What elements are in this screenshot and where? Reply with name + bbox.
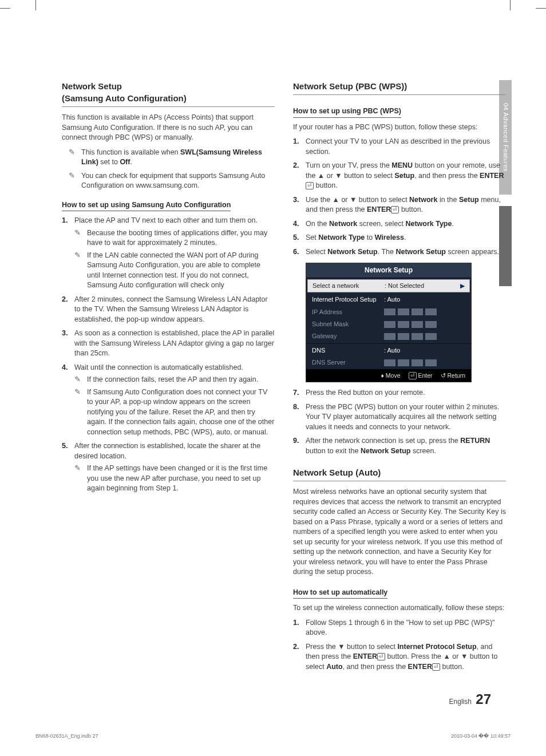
page-footer: English 27 bbox=[449, 690, 491, 709]
step: After 2 minutes, connect the Samsung Wir… bbox=[62, 295, 275, 325]
move-hint: ♦ Move bbox=[381, 371, 401, 380]
right-column: Network Setup (PBC (WPS)) How to set up … bbox=[293, 80, 506, 676]
osd-row-ips[interactable]: Internet Protocol Setup : Auto bbox=[306, 294, 471, 306]
osd-row-dns[interactable]: DNS : Auto bbox=[306, 345, 471, 357]
step: Follow Steps 1 through 6 in the "How to … bbox=[293, 618, 506, 638]
auto-lead: To set up the wireless connection automa… bbox=[293, 603, 506, 613]
step: Set Network Type to Wireless. bbox=[293, 233, 506, 243]
note-icon: ✎ bbox=[69, 148, 77, 157]
step: Press the Red button on your remote. bbox=[293, 388, 506, 398]
pbc-steps-2: Press the Red button on your remote. Pre… bbox=[293, 388, 506, 456]
auto-title: Network Setup (Auto) bbox=[293, 466, 506, 481]
pbc-title: Network Setup (PBC (WPS)) bbox=[293, 80, 506, 95]
enter-icon: ⏎ bbox=[306, 182, 314, 189]
step: Press the ▼ button to select Internet Pr… bbox=[293, 642, 506, 672]
step: After the connection is established, loc… bbox=[62, 441, 275, 494]
pbc-steps-1: Connect your TV to your LAN as described… bbox=[293, 137, 506, 257]
step: Connect your TV to your LAN as described… bbox=[293, 137, 506, 157]
note-icon: ✎ bbox=[74, 464, 82, 494]
osd-row-ip: IP Address bbox=[306, 306, 471, 318]
left-subhead: How to set up using Samsung Auto Configu… bbox=[62, 200, 231, 212]
left-intro: This function is available in APs (Acces… bbox=[62, 113, 275, 143]
step: After the network connection is set up, … bbox=[293, 436, 506, 456]
footer-right: 2010-03-04 �� 10:49:57 bbox=[451, 733, 511, 740]
enter-icon: ⏎ bbox=[432, 663, 440, 671]
note-icon: ✎ bbox=[74, 228, 82, 248]
step: Select Network Setup. The Network Setup … bbox=[293, 247, 506, 258]
note-icon: ✎ bbox=[74, 251, 82, 291]
pbc-subhead: How to set up using PBC (WPS) bbox=[293, 106, 401, 118]
osd-title: Network Setup bbox=[306, 263, 471, 278]
auto-intro: Most wireless networks have an optional … bbox=[293, 487, 506, 577]
note-icon: ✎ bbox=[69, 171, 77, 180]
step: Use the ▲ or ▼ button to select Network … bbox=[293, 195, 506, 215]
step: Place the AP and TV next to each other a… bbox=[62, 216, 275, 291]
step: Wait until the connection is automatical… bbox=[62, 363, 275, 438]
footer-left: BN68-02631A_Eng.indb 27 bbox=[35, 733, 98, 740]
arrow-right-icon: ▶ bbox=[460, 282, 465, 290]
enter-icon: ⏎ bbox=[377, 653, 385, 660]
enter-icon: ⏎ bbox=[391, 206, 399, 213]
step: Turn on your TV, press the MENU button o… bbox=[293, 161, 506, 191]
note-row: ✎ This function is available when SWL(Sa… bbox=[69, 148, 275, 168]
note-icon: ✎ bbox=[74, 375, 82, 385]
page-number: 27 bbox=[476, 691, 491, 707]
enter-hint: ⏎ Enter bbox=[409, 371, 433, 380]
step: As soon as a connection is established, … bbox=[62, 328, 275, 359]
return-hint: ↺ Return bbox=[441, 371, 465, 380]
left-title: Network Setup (Samsung Auto Configuratio… bbox=[62, 80, 275, 107]
left-column: Network Setup (Samsung Auto Configuratio… bbox=[62, 80, 275, 676]
osd-row-select-network[interactable]: Select a network : Not Selected ▶ bbox=[307, 279, 470, 292]
note-icon: ✎ bbox=[74, 387, 82, 438]
osd-row-gateway: Gateway bbox=[306, 330, 471, 342]
osd-row-dns-server: DNS Server bbox=[306, 357, 471, 369]
auto-subhead: How to set up automatically bbox=[293, 588, 387, 599]
pbc-intro: If your router has a PBC (WPS) button, f… bbox=[293, 122, 506, 133]
note-row: ✎ You can check for equipment that suppo… bbox=[69, 171, 275, 191]
osd-row-subnet: Subnet Mask bbox=[306, 318, 471, 330]
left-steps: Place the AP and TV next to each other a… bbox=[62, 216, 275, 494]
step: On the Network screen, select Network Ty… bbox=[293, 219, 506, 229]
auto-steps: Follow Steps 1 through 6 in the "How to … bbox=[293, 618, 506, 672]
network-setup-osd: Network Setup Select a network : Not Sel… bbox=[306, 263, 472, 382]
step: Press the PBC (WPS) button on your route… bbox=[293, 402, 506, 433]
osd-footer: ♦ Move ⏎ Enter ↺ Return bbox=[306, 369, 471, 382]
